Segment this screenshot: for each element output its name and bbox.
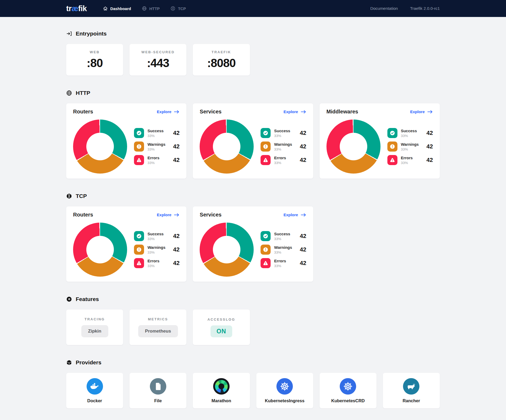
tcp-cards-grid: Routers Explore Success 33% 42 Warnings … bbox=[66, 206, 440, 282]
arrow-right-icon bbox=[301, 110, 306, 114]
nav-item-dashboard[interactable]: Dashboard bbox=[103, 6, 131, 11]
top-navbar: træfik Dashboard HTTP TCP bbox=[0, 0, 506, 17]
legend-row: Success 33% 42 bbox=[387, 128, 433, 138]
nav-item-http[interactable]: HTTP bbox=[142, 6, 160, 11]
chart-legend: Success 33% 42 Warnings 33% 42 Errors 33… bbox=[261, 231, 306, 268]
section-features: Features TRACING Zipkin METRICS Promethe… bbox=[66, 296, 440, 345]
legend-row: Warnings 33% 42 bbox=[261, 142, 306, 152]
feature-name: TRACING bbox=[84, 317, 105, 321]
alert-triangle-icon bbox=[261, 155, 271, 165]
section-tcp: TCP Routers Explore Success 33% 42 Warni… bbox=[66, 193, 440, 282]
exclamation-icon bbox=[261, 245, 271, 255]
entrypoint-port: :8080 bbox=[207, 56, 236, 70]
legend-label: Success bbox=[401, 129, 417, 133]
entrypoint-card: TRAEFIK :8080 bbox=[193, 44, 250, 76]
legend-count: 42 bbox=[173, 157, 180, 163]
package-icon bbox=[66, 360, 72, 365]
entrypoint-name: WEB bbox=[90, 50, 100, 54]
legend-count: 42 bbox=[427, 157, 433, 163]
logo-text-post: fik bbox=[78, 4, 87, 13]
legend-label: Errors bbox=[401, 156, 413, 160]
legend-percent: 33% bbox=[401, 147, 419, 151]
card-title: Services bbox=[200, 109, 221, 115]
explore-link[interactable]: Explore bbox=[284, 109, 306, 114]
nav-item-tcp[interactable]: TCP bbox=[170, 6, 186, 11]
legend-count: 42 bbox=[173, 130, 180, 136]
traefik-logo[interactable]: træfik bbox=[66, 4, 87, 13]
provider-card: KubernetesIngress bbox=[256, 373, 313, 408]
legend-row: Success 33% 42 bbox=[261, 128, 306, 138]
explore-link[interactable]: Explore bbox=[284, 213, 306, 217]
globe-icon bbox=[142, 6, 147, 11]
entrypoint-name: WEB-SECURED bbox=[141, 50, 175, 54]
section-title: TCP bbox=[76, 193, 87, 199]
explore-link[interactable]: Explore bbox=[157, 109, 180, 114]
donut-chart bbox=[73, 223, 127, 277]
card-title: Services bbox=[200, 212, 221, 218]
login-icon bbox=[66, 31, 72, 37]
legend-label: Warnings bbox=[401, 142, 419, 147]
legend-percent: 33% bbox=[147, 250, 165, 254]
section-title: Features bbox=[76, 296, 99, 302]
tcp-ball-icon bbox=[170, 6, 176, 11]
rancher-icon bbox=[403, 378, 419, 395]
legend-label: Success bbox=[274, 232, 290, 236]
home-icon bbox=[103, 6, 108, 11]
exclamation-icon bbox=[261, 142, 271, 152]
legend-percent: 33% bbox=[147, 264, 159, 268]
card-title: Middlewares bbox=[326, 109, 358, 115]
legend-label: Success bbox=[147, 129, 164, 133]
legend-row: Success 33% 42 bbox=[134, 231, 180, 241]
provider-name: Rancher bbox=[402, 398, 420, 403]
legend-row: Warnings 33% 42 bbox=[134, 142, 180, 152]
section-http: HTTP Routers Explore Success 33% 42 Warn… bbox=[66, 90, 440, 179]
logo-text-pre: tr bbox=[66, 4, 71, 13]
legend-count: 42 bbox=[173, 143, 180, 150]
legend-label: Warnings bbox=[274, 245, 292, 250]
check-icon bbox=[134, 128, 144, 138]
legend-percent: 33% bbox=[274, 237, 290, 241]
card-title: Routers bbox=[73, 212, 93, 218]
legend-percent: 33% bbox=[147, 161, 159, 165]
legend-count: 42 bbox=[173, 233, 180, 240]
docker-icon bbox=[87, 378, 103, 395]
explore-link[interactable]: Explore bbox=[410, 109, 433, 114]
legend-label: Success bbox=[147, 232, 164, 236]
legend-count: 42 bbox=[300, 233, 306, 240]
legend-percent: 33% bbox=[274, 147, 292, 151]
provider-name: KubernetesCRD bbox=[331, 398, 365, 403]
legend-count: 42 bbox=[300, 130, 306, 136]
explore-link[interactable]: Explore bbox=[157, 213, 180, 217]
exclamation-icon bbox=[134, 142, 144, 152]
legend-row: Warnings 33% 42 bbox=[387, 142, 433, 152]
chart-legend: Success 33% 42 Warnings 33% 42 Errors 33… bbox=[134, 128, 180, 165]
alert-triangle-icon bbox=[134, 155, 144, 165]
legend-label: Errors bbox=[147, 156, 159, 160]
entrypoint-card: WEB-SECURED :443 bbox=[129, 44, 186, 76]
main-nav: Dashboard HTTP TCP bbox=[103, 6, 186, 11]
donut-chart bbox=[200, 120, 254, 174]
legend-percent: 33% bbox=[274, 264, 286, 268]
legend-label: Errors bbox=[274, 156, 286, 160]
version-label: Traefik 2.0.0-rc1 bbox=[410, 6, 440, 11]
arrow-right-icon bbox=[301, 213, 306, 217]
exclamation-icon bbox=[134, 245, 144, 255]
feature-value-badge: ON bbox=[211, 325, 232, 337]
provider-card: Rancher bbox=[383, 373, 440, 408]
legend-count: 42 bbox=[427, 130, 433, 136]
feature-value-badge: Prometheus bbox=[138, 325, 178, 337]
legend-percent: 33% bbox=[274, 134, 290, 138]
legend-count: 42 bbox=[300, 143, 306, 150]
legend-count: 42 bbox=[300, 157, 306, 163]
documentation-link[interactable]: Documentation bbox=[370, 6, 398, 11]
feature-name: METRICS bbox=[148, 317, 168, 321]
section-title: Providers bbox=[76, 359, 101, 366]
tcp-ball-icon bbox=[66, 193, 72, 199]
chart-card: Middlewares Explore Success 33% 42 Warni… bbox=[320, 103, 440, 179]
http-cards-grid: Routers Explore Success 33% 42 Warnings … bbox=[66, 103, 440, 179]
chart-legend: Success 33% 42 Warnings 33% 42 Errors 33… bbox=[387, 128, 433, 165]
feature-card: TRACING Zipkin bbox=[66, 310, 123, 345]
legend-row: Success 33% 42 bbox=[261, 231, 306, 241]
provider-card: KubernetesCRD bbox=[320, 373, 377, 408]
provider-name: Docker bbox=[87, 398, 102, 403]
